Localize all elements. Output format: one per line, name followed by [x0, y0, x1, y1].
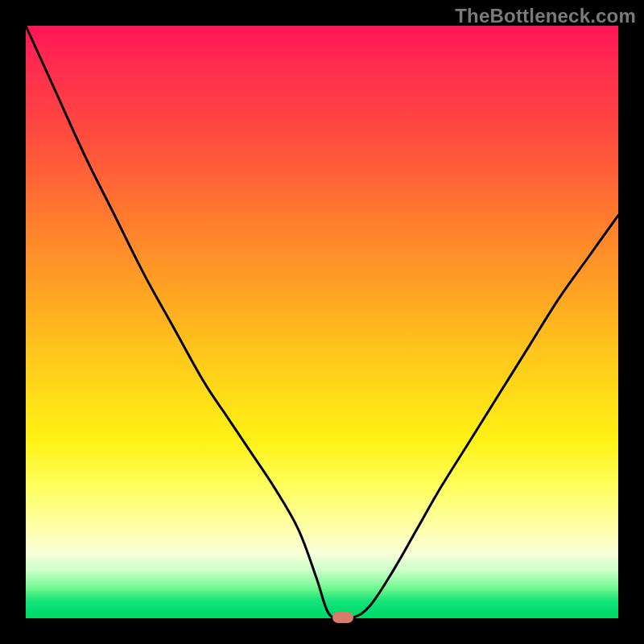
optimal-point-marker: [332, 612, 353, 623]
bottleneck-curve: [26, 26, 618, 620]
watermark-text: TheBottleneck.com: [455, 5, 636, 27]
curve-svg: [26, 26, 618, 618]
plot-area: [26, 26, 618, 618]
chart-frame: TheBottleneck.com: [0, 0, 644, 644]
